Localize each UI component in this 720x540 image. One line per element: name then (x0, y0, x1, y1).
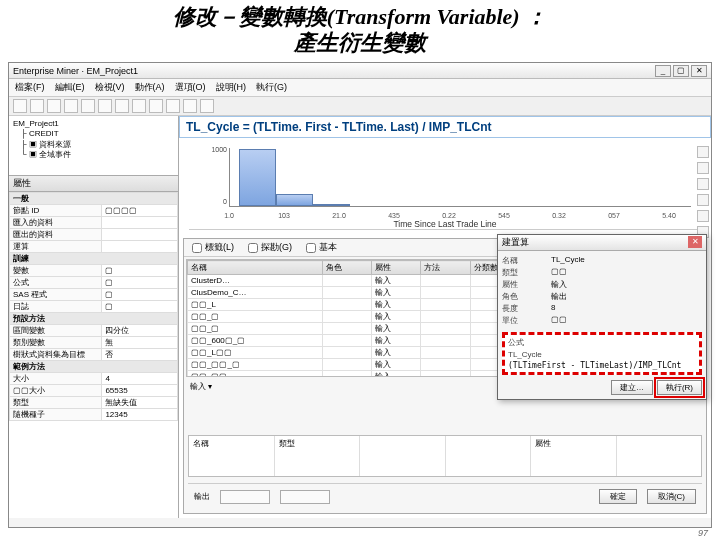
ok-button[interactable]: 確定 (599, 489, 637, 504)
output-label: 輸出 (194, 491, 210, 502)
menu-run[interactable]: 執行(G) (256, 81, 287, 94)
slide-title-line1: 修改－變數轉換(Transform Variable) ： (0, 4, 720, 30)
minimize-button[interactable]: _ (655, 65, 671, 77)
side-icon[interactable] (697, 162, 709, 174)
run-button[interactable]: 執行(R) (657, 380, 702, 395)
menu-help[interactable]: 說明(H) (216, 81, 247, 94)
detail-col (617, 436, 702, 476)
side-icon[interactable] (697, 146, 709, 158)
detail-col: 屬性 (531, 436, 617, 476)
side-icon[interactable] (697, 194, 709, 206)
toolbar-btn[interactable] (200, 99, 214, 113)
right-pane: TL_Cycle = (TLTime. First - TLTime. Last… (179, 116, 711, 518)
tree-item[interactable]: ├ ▣ 資料來源 (13, 140, 174, 150)
toolbar-btn[interactable] (47, 99, 61, 113)
formula-callout: TL_Cycle = (TLTime. First - TLTime. Last… (179, 116, 711, 138)
y-tick: 0 (189, 198, 227, 205)
tab-check[interactable] (248, 243, 258, 253)
toolbar-btn[interactable] (166, 99, 180, 113)
side-toolbar (695, 144, 711, 240)
properties-panel: 屬性 一般節點 ID▢▢▢▢匯入的資料匯出的資料運算訓練變數▢公式▢SAS 程式… (9, 176, 178, 518)
menu-options[interactable]: 選項(O) (175, 81, 206, 94)
tab-mining[interactable]: 探勘(G) (248, 241, 292, 254)
dialog-property-grid: 名稱TL_Cycle類型▢▢屬性輸入角色輸出長度8單位▢▢ (502, 255, 702, 326)
toolbar-btn[interactable] (64, 99, 78, 113)
tab-check[interactable] (306, 243, 316, 253)
toolbar-btn[interactable] (81, 99, 95, 113)
properties-table[interactable]: 一般節點 ID▢▢▢▢匯入的資料匯出的資料運算訓練變數▢公式▢SAS 程式▢日誌… (9, 192, 178, 421)
menu-edit[interactable]: 編輯(E) (55, 81, 85, 94)
chart-xlabel: Time Since Last Trade Line (189, 219, 701, 229)
toolbar-btn[interactable] (30, 99, 44, 113)
cancel-button[interactable]: 取消(C) (647, 489, 696, 504)
dialog-titlebar: 建置算 ✕ (498, 235, 706, 251)
close-button[interactable]: ✕ (691, 65, 707, 77)
toolbar-btn[interactable] (149, 99, 163, 113)
formula-header: 公式 (508, 337, 696, 348)
toolbar-btn[interactable] (183, 99, 197, 113)
toolbar-btn[interactable] (98, 99, 112, 113)
side-icon[interactable] (697, 178, 709, 190)
slide-title-line2: 產生衍生變數 (0, 30, 720, 56)
tree-item[interactable]: ├ CREDIT (13, 129, 174, 139)
menu-file[interactable]: 檔案(F) (15, 81, 45, 94)
tree-root[interactable]: EM_Project1 (13, 119, 174, 129)
output-box[interactable] (220, 490, 270, 504)
properties-header: 屬性 (9, 176, 178, 192)
page-number: 97 (698, 528, 708, 538)
window-title: Enterprise Miner · EM_Project1 (13, 66, 138, 76)
project-tree[interactable]: EM_Project1 ├ CREDIT ├ ▣ 資料來源 └ ▣ 全域事件 (9, 116, 178, 176)
tab-check[interactable] (192, 243, 202, 253)
dialog-title: 建置算 (502, 236, 529, 249)
build-button[interactable]: 建立… (611, 380, 653, 395)
tree-item[interactable]: └ ▣ 全域事件 (13, 150, 174, 160)
menu-view[interactable]: 檢視(V) (95, 81, 125, 94)
maximize-button[interactable]: ▢ (673, 65, 689, 77)
tab-basic[interactable]: 基本 (306, 241, 337, 254)
toolbar-btn[interactable] (132, 99, 146, 113)
formula-box-highlight: 公式 TL_Cycle (TLTimeFirst - TLTimeLast)/I… (502, 332, 702, 375)
dialog-close-button[interactable]: ✕ (688, 236, 702, 248)
detail-col (446, 436, 532, 476)
toolbar-btn[interactable] (115, 99, 129, 113)
window-controls: _ ▢ ✕ (655, 65, 707, 77)
build-formula-dialog: 建置算 ✕ 名稱TL_Cycle類型▢▢屬性輸入角色輸出長度8單位▢▢ 公式 T… (497, 234, 707, 400)
menu-action[interactable]: 動作(A) (135, 81, 165, 94)
tab-label[interactable]: 標籤(L) (192, 241, 234, 254)
y-tick: 1000 (189, 146, 227, 153)
toolbar-btn[interactable] (13, 99, 27, 113)
detail-col (360, 436, 446, 476)
side-icon[interactable] (697, 210, 709, 222)
detail-col: 類型 (275, 436, 361, 476)
detail-strip: 名稱 類型 屬性 (188, 435, 702, 477)
titlebar: Enterprise Miner · EM_Project1 _ ▢ ✕ (9, 63, 711, 79)
formula-value[interactable]: (TLTimeFirst - TLTimeLast)/IMP_TLCnt (508, 361, 696, 370)
menubar: 檔案(F) 編輯(E) 檢視(V) 動作(A) 選項(O) 說明(H) 執行(G… (9, 79, 711, 97)
detail-col: 名稱 (189, 436, 275, 476)
left-pane: EM_Project1 ├ CREDIT ├ ▣ 資料來源 └ ▣ 全域事件 屬… (9, 116, 179, 518)
slide-title: 修改－變數轉換(Transform Variable) ： 產生衍生變數 (0, 0, 720, 59)
output-row: 輸出 確定 取消(C) (188, 483, 702, 509)
formula-varname: TL_Cycle (508, 350, 696, 359)
toolbar (9, 97, 711, 116)
output-box[interactable] (280, 490, 330, 504)
app-window: Enterprise Miner · EM_Project1 _ ▢ ✕ 檔案(… (8, 62, 712, 528)
histogram-chart: 1000 0 1.010321.04350.225450.320575.40 T… (189, 144, 701, 230)
